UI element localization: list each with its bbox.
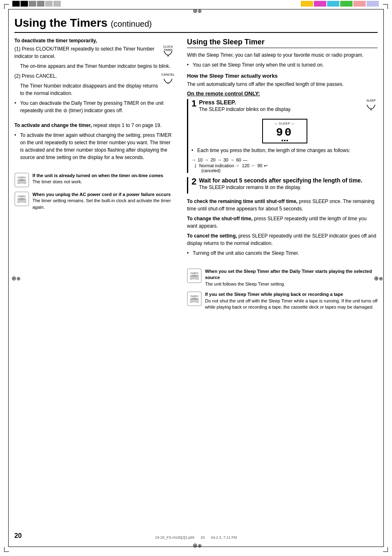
- svg-text:CANCEL: CANCEL: [161, 73, 175, 76]
- page-title: Using the Timers (continued): [14, 16, 378, 33]
- check-remaining: To check the remaining time until shut-o…: [187, 198, 378, 212]
- note4-box: notes If you set the Sleep Timer while p…: [187, 291, 378, 310]
- svg-text:notes: notes: [18, 194, 26, 198]
- step1-bullet: • Each time you press the button, the le…: [191, 147, 378, 154]
- activate-heading: To activate and change the timer, repeat…: [14, 122, 175, 129]
- time-canceled-label: (canceled): [201, 168, 378, 173]
- note1-box: notes If the unit is already turned on w…: [14, 173, 175, 187]
- sleep-icon: SLEEP: [364, 97, 378, 112]
- two-column-layout: To deactivate the timer temporarily, CLO…: [14, 38, 378, 314]
- clock-timer-icon: CLOCK TIMER: [161, 44, 175, 58]
- step1-number: 1: [191, 99, 196, 108]
- note3-box: notes When you set the Sleep Timer after…: [187, 268, 378, 287]
- deactivate-heading: To deactivate the timer temporarily,: [14, 38, 175, 44]
- main-content: Using the Timers (continued) To deactiva…: [14, 16, 378, 542]
- deactivate-step2b: The Timer Number indicator disappears an…: [20, 82, 175, 97]
- note2-box: notes When you unplug the AC power cord …: [14, 191, 175, 210]
- time-sequence: → 10 → 20 → 30 → 60 — | Normal indicatio…: [191, 157, 378, 173]
- footer-info: 19-20_FS-H100[J]2.p65 20 04.2.3, 7:11 PM: [155, 535, 237, 540]
- title-continued: (continued): [111, 19, 152, 28]
- svg-text:notes: notes: [190, 294, 198, 298]
- time-row-bottom: | Normal indication ← 120 ← 90 ↩: [195, 163, 378, 168]
- note3-icon: notes: [187, 268, 202, 283]
- top-color-bar: [0, 0, 392, 7]
- corner-bl: [4, 547, 9, 552]
- note4-icon: notes: [187, 291, 202, 306]
- deactivate-step2a: (2) Press CANCEL.: [14, 72, 175, 80]
- svg-text:notes: notes: [190, 271, 198, 275]
- svg-text:CLOCK: CLOCK: [163, 45, 173, 48]
- deactivate-step1b: The on-time appears and the Timer Number…: [20, 62, 175, 70]
- corner-tr: [383, 4, 388, 9]
- crosshair-bottom: ⊕: [193, 542, 199, 549]
- remote-heading: On the remote control ONLY:: [187, 90, 378, 97]
- cancel-icon: CANCEL: [161, 71, 175, 85]
- sleep-intro: With the Sleep Timer, you can fall aslee…: [187, 51, 378, 59]
- how-works-text: The unit automatically turns off after t…: [187, 81, 378, 88]
- deactivate-bullet: • You can deactivate the Daily Timer by …: [14, 99, 175, 114]
- note2-text: When you unplug the AC power cord or if …: [32, 191, 175, 210]
- step1-desc: The SLEEP indicator blinks on the displa…: [199, 106, 291, 113]
- corner-br: [383, 547, 388, 552]
- step2-number: 2: [191, 177, 196, 186]
- normal-indication-label: Normal indication: [199, 163, 234, 168]
- sleep-display-dots: [281, 140, 288, 141]
- sleep-display: — SLEEP — 90: [262, 119, 307, 143]
- sleep-timer-heading: Using the Sleep Timer: [187, 38, 378, 48]
- note1-text: If the unit is already turned on when th…: [32, 173, 163, 185]
- corner-tl: [4, 4, 9, 9]
- svg-text:notes: notes: [18, 175, 26, 179]
- step2-block: 2 Wait for about 5 seconds after specify…: [187, 177, 378, 194]
- title-text: Using the Timers: [14, 16, 108, 29]
- svg-text:SLEEP: SLEEP: [367, 99, 376, 102]
- step1-block: SLEEP 1 Press SLEEP. The SLEEP indicator…: [187, 99, 378, 173]
- step1-title: Press SLEEP.: [199, 99, 291, 106]
- note3-text: When you set the Sleep Timer after the D…: [205, 268, 378, 287]
- cancel-bullet: • Turning off the unit also cancels the …: [187, 249, 378, 257]
- right-column: Using the Sleep Timer With the Sleep Tim…: [187, 38, 378, 314]
- how-works-heading: How the Sleep Timer actually works: [187, 73, 378, 79]
- sleep-display-digits: 90: [276, 126, 293, 139]
- sleep-intro-bullet: • You can set the Sleep Timer only when …: [187, 61, 378, 69]
- deactivate-step1a: (1) Press CLOCK/TIMER repeatedly to sele…: [14, 45, 175, 60]
- border-right: [383, 9, 384, 547]
- step2-desc: The SLEEP indicator remains lit on the d…: [199, 184, 362, 191]
- step2-title: Wait for about 5 seconds after specifyin…: [199, 177, 362, 184]
- note2-icon: notes: [14, 191, 29, 206]
- change-shutoff: To change the shut-off time, press SLEEP…: [187, 215, 378, 230]
- page-number: 20: [14, 532, 22, 540]
- time-row-top: → 10 → 20 → 30 → 60 —: [191, 157, 378, 162]
- sleep-display-label: — SLEEP —: [274, 121, 295, 125]
- activate-bullet: • To activate the timer again without ch…: [14, 132, 175, 161]
- border-left: [8, 9, 9, 547]
- note4-text: If you set the Sleep Timer while playing…: [205, 291, 378, 310]
- svg-text:TIMER: TIMER: [164, 48, 173, 51]
- cancel-setting: To cancel the setting, press SLEEP repea…: [187, 232, 378, 247]
- crosshair-top: ⊕: [193, 7, 199, 14]
- note1-icon: notes: [14, 173, 29, 187]
- left-column: To deactivate the timer temporarily, CLO…: [14, 38, 175, 314]
